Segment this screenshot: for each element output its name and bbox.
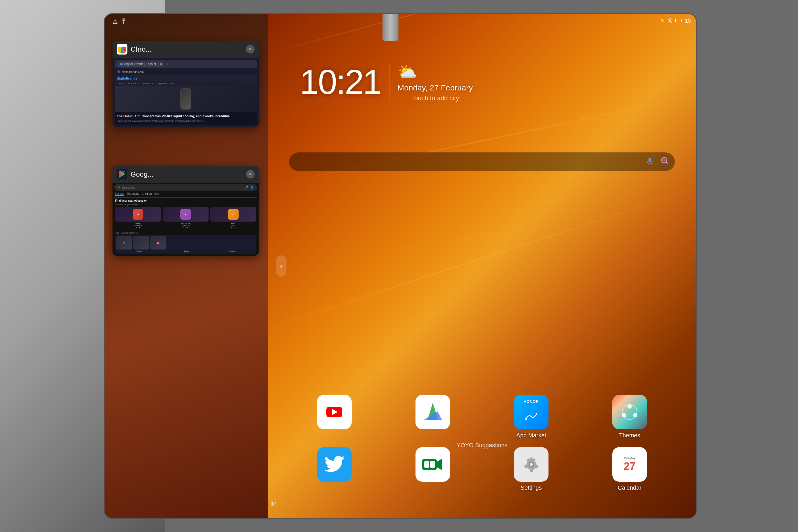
app-item-youtube[interactable] bbox=[289, 395, 380, 439]
gplay-account-icon[interactable]: 👤 bbox=[250, 186, 254, 189]
clock-divider bbox=[389, 63, 390, 100]
article-desc: Liquid cooling on a smartphone? That's w… bbox=[117, 120, 254, 123]
chrome-title-bar: Chro... × bbox=[113, 41, 259, 58]
phone-device: ⚠ bbox=[104, 13, 697, 519]
svg-rect-18 bbox=[648, 158, 651, 162]
app-item-themes[interactable]: Themes bbox=[584, 395, 675, 439]
gplay-ad-apps[interactable]: 📱 bbox=[133, 236, 149, 249]
gplay-ad-books[interactable]: 📚 bbox=[150, 236, 166, 249]
app-item-drive[interactable] bbox=[387, 395, 478, 439]
search-lens-icon[interactable] bbox=[660, 156, 669, 168]
site-header: digitaltrends bbox=[115, 75, 257, 81]
clock-date: Monday, 27 February bbox=[397, 83, 473, 92]
svg-point-21 bbox=[663, 159, 666, 162]
svg-point-2 bbox=[121, 48, 124, 51]
gplay-arrow[interactable]: → bbox=[150, 199, 152, 202]
svg-point-31 bbox=[525, 418, 527, 420]
nav-item[interactable]: ChatGPT bbox=[117, 82, 127, 85]
svg-point-32 bbox=[536, 413, 537, 415]
twitter-icon bbox=[317, 447, 352, 482]
gplay-mic-icon[interactable]: 🎤 bbox=[244, 186, 248, 189]
tab-close[interactable]: × bbox=[160, 62, 162, 66]
calendar-inner: Monday 27 bbox=[612, 447, 647, 482]
url-menu[interactable]: ⋮ bbox=[251, 70, 254, 74]
chrome-title: Chro... bbox=[131, 45, 243, 54]
gplay-game-rating-roblox: AdvenLue bbox=[115, 225, 161, 226]
meet-icon bbox=[416, 447, 450, 482]
nav-item[interactable]: iPhone 15 bbox=[129, 82, 139, 85]
right-panel: ✎ 10 10:21 bbox=[268, 14, 696, 518]
app-item-twitter[interactable] bbox=[289, 447, 380, 491]
gplay-section-subtitle: Games for your tablet bbox=[114, 203, 257, 207]
gplay-game-img-roblox: R bbox=[115, 207, 161, 222]
gplay-tab-foryou[interactable]: For you bbox=[115, 192, 124, 196]
gplay-game-score-2: 4.7 ★ bbox=[163, 226, 209, 228]
app-item-appmarket[interactable]: HONOR App Market bbox=[486, 395, 576, 439]
appmarket-label: App Market bbox=[516, 432, 546, 439]
svg-line-13 bbox=[119, 188, 120, 189]
google-play-window: Goog... × Search for... 🎤 👤 For you Top … bbox=[113, 166, 259, 255]
gplay-title-bar: Goog... × bbox=[113, 166, 259, 183]
search-mic-icon[interactable] bbox=[645, 156, 654, 168]
url-bar[interactable]: digitaltrends.com ⋮ bbox=[115, 69, 257, 75]
app-item-settings[interactable]: Settings bbox=[486, 447, 576, 491]
article-title: The OnePlus 11 Concept has PC-like liqui… bbox=[117, 114, 254, 119]
gplay-game-name-3: Cook... bbox=[210, 222, 256, 225]
tab-label: Digital Trends | Tech N... bbox=[124, 62, 158, 66]
gplay-close-button[interactable]: × bbox=[246, 170, 254, 178]
chrome-app-icon bbox=[117, 44, 128, 55]
drive-icon bbox=[416, 395, 450, 429]
settings-icon bbox=[514, 447, 549, 482]
search-bar[interactable] bbox=[289, 152, 675, 171]
gplay-game-sub-2: AdvenLue bbox=[163, 225, 209, 226]
gplay-ad-label-apps: Apps bbox=[184, 250, 189, 252]
gplay-game-roblox[interactable]: R Roblox AdvenLue 4.1 ★ bbox=[115, 207, 161, 228]
gplay-tab-children[interactable]: Children bbox=[142, 192, 152, 196]
app-item-meet[interactable] bbox=[387, 447, 478, 491]
health-label: lth bbox=[270, 500, 277, 507]
nav-item[interactable]: OnePlus 11 bbox=[141, 82, 153, 85]
gplay-game-3[interactable]: C Cook... Simu... 4.2 ★ bbox=[210, 207, 256, 228]
gplay-ad-labels: Games Apps Books bbox=[116, 249, 255, 253]
gplay-game-img-2: A bbox=[163, 207, 209, 222]
gplay-ad-games[interactable]: 🎮 bbox=[116, 236, 132, 249]
gplay-tab-topcharts[interactable]: Top charts bbox=[127, 192, 139, 196]
gplay-game-2[interactable]: A AdvenLue AdvenLue 4.7 ★ bbox=[163, 207, 209, 228]
browser-tab: Digital Trends | Tech N... × bbox=[117, 61, 165, 67]
yoyo-suggestions: YOYO Suggestions bbox=[268, 442, 696, 449]
wifi-icon bbox=[120, 18, 128, 25]
gplay-section-title: Find your next obsession → bbox=[114, 198, 257, 203]
phone-hinge bbox=[382, 14, 398, 41]
panel-arrow[interactable]: ‹ bbox=[276, 255, 286, 277]
clock-subtext[interactable]: Touch to add city bbox=[397, 94, 473, 102]
status-battery-text: 10 bbox=[685, 18, 691, 24]
clock-widget[interactable]: 10:21 ⛅ Monday, 27 February Touch to add… bbox=[300, 62, 473, 102]
calendar-label: Calendar bbox=[618, 484, 641, 491]
gplay-ad-section: 🎮 📱 📚 Games Apps Books bbox=[115, 235, 256, 254]
app-item-calendar[interactable]: Monday 27 Calendar bbox=[584, 447, 675, 491]
notification-icon: ⚠ bbox=[113, 18, 118, 25]
nav-item[interactable]: Tech bbox=[170, 82, 175, 85]
url-text: digitaltrends.com bbox=[121, 70, 144, 73]
nav-item[interactable]: Google Barn bbox=[155, 82, 168, 85]
status-notification: ✎ bbox=[661, 18, 665, 24]
gplay-game-name-2: AdvenLue bbox=[163, 222, 209, 225]
svg-point-35 bbox=[633, 413, 637, 417]
calendar-month-label: Monday bbox=[624, 456, 635, 460]
gplay-search-bar[interactable]: Search for... 🎤 👤 bbox=[114, 184, 257, 191]
gplay-game-img-3: C bbox=[210, 207, 256, 222]
svg-point-34 bbox=[627, 404, 632, 408]
chrome-close-button[interactable]: × bbox=[246, 45, 254, 54]
calendar-date-number: 27 bbox=[624, 460, 636, 472]
gplay-ad-row: 🎮 📱 📚 bbox=[116, 236, 255, 249]
gplay-tabs: For you Top charts Children Eve bbox=[114, 192, 257, 198]
svg-point-36 bbox=[622, 413, 626, 417]
svg-point-44 bbox=[530, 463, 533, 466]
themes-label: Themes bbox=[619, 432, 640, 439]
new-tab-btn[interactable]: + bbox=[167, 62, 169, 66]
gplay-games-row: R Roblox AdvenLue 4.1 ★ A AdvenLue Adven… bbox=[114, 207, 257, 228]
article-content: The OnePlus 11 Concept has PC-like liqui… bbox=[115, 112, 257, 125]
gplay-tab-eve[interactable]: Eve bbox=[154, 192, 159, 196]
settings-label: Settings bbox=[520, 484, 542, 491]
article-image bbox=[115, 86, 257, 112]
